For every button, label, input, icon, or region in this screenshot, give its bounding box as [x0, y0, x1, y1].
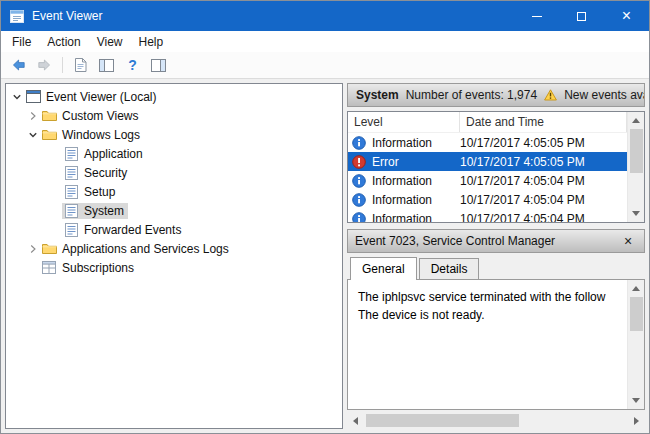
arrow-down-icon	[632, 211, 640, 216]
console-root-icon	[25, 90, 41, 103]
tab-details[interactable]: Details	[419, 258, 480, 279]
event-level: Information	[372, 174, 460, 188]
chevron-down-icon[interactable]	[26, 128, 40, 142]
menu-action[interactable]: Action	[39, 33, 88, 51]
detail-body: The iphlpsvc service terminated with the…	[347, 279, 645, 410]
subscriptions-icon	[41, 261, 57, 274]
main-content: Event Viewer (Local) Custom Views Window…	[1, 79, 649, 433]
close-button[interactable]: ×	[604, 1, 649, 31]
tree-item-event-viewer-local[interactable]: Event Viewer (Local)	[6, 87, 342, 106]
tree-label: System	[84, 204, 124, 218]
scroll-right-button[interactable]	[628, 412, 645, 429]
information-icon	[352, 136, 366, 150]
scroll-up-button[interactable]	[628, 112, 645, 129]
tree-item-subscriptions[interactable]: Subscriptions	[6, 258, 342, 277]
warning-icon	[544, 89, 557, 101]
chevron-right-icon[interactable]	[26, 242, 40, 256]
event-log-icon	[63, 147, 79, 161]
tree-item-security[interactable]: Security	[6, 163, 342, 182]
event-row[interactable]: Information 10/17/2017 4:05:04 PM	[348, 209, 627, 222]
menu-help[interactable]: Help	[131, 33, 172, 51]
chevron-down-icon[interactable]	[10, 90, 24, 104]
information-icon	[352, 193, 366, 207]
tree-item-applications-services-logs[interactable]: Applications and Services Logs	[6, 239, 342, 258]
folder-icon	[41, 109, 57, 122]
event-level: Information	[372, 193, 460, 207]
show-action-pane-button[interactable]	[146, 54, 171, 76]
arrow-down-icon	[632, 398, 640, 403]
event-count: Number of events: 1,974	[406, 88, 537, 102]
event-row[interactable]: Information 10/17/2017 4:05:04 PM	[348, 190, 627, 209]
column-header-level[interactable]: Level	[348, 112, 460, 132]
event-level: Information	[372, 136, 460, 150]
event-log-icon	[63, 204, 79, 218]
events-table: Level Date and Time Information 10/17/20…	[347, 111, 645, 223]
toolbar-separator	[62, 57, 63, 73]
tree-label: Custom Views	[62, 109, 138, 123]
events-scrollbar	[627, 112, 644, 222]
minimize-button[interactable]	[514, 1, 559, 31]
console-tree-icon	[99, 59, 114, 72]
event-log-icon	[63, 185, 79, 199]
minimize-icon	[532, 16, 542, 17]
event-row-selected[interactable]: Error 10/17/2017 4:05:05 PM	[348, 152, 627, 171]
event-datetime: 10/17/2017 4:05:05 PM	[460, 136, 585, 150]
open-saved-log-button[interactable]	[68, 54, 93, 76]
scrollbar-track[interactable]	[628, 297, 645, 392]
tree-item-forwarded-events[interactable]: Forwarded Events	[6, 220, 342, 239]
event-row[interactable]: Information 10/17/2017 4:05:04 PM	[348, 171, 627, 190]
tree-item-custom-views[interactable]: Custom Views	[6, 106, 342, 125]
scrollbar-track[interactable]	[628, 129, 645, 205]
tree-item-application[interactable]: Application	[6, 144, 342, 163]
action-pane-icon	[151, 59, 166, 72]
scrollbar-thumb[interactable]	[630, 297, 643, 331]
forward-button[interactable]	[32, 54, 57, 76]
log-name: System	[356, 88, 399, 102]
event-datetime: 10/17/2017 4:05:05 PM	[460, 155, 585, 169]
event-log-icon	[63, 223, 79, 237]
arrow-right-icon	[634, 417, 639, 425]
scrollbar-track[interactable]	[364, 412, 628, 429]
chevron-right-icon[interactable]	[26, 109, 40, 123]
column-header-date[interactable]: Date and Time	[460, 112, 627, 132]
scroll-down-button[interactable]	[628, 392, 645, 409]
close-detail-icon[interactable]: ×	[619, 233, 637, 249]
tree-item-setup[interactable]: Setup	[6, 182, 342, 201]
event-description: The iphlpsvc service terminated with the…	[348, 280, 627, 409]
detail-scrollbar	[627, 280, 644, 409]
tree-label: Setup	[84, 185, 115, 199]
toolbar: ?	[1, 52, 649, 79]
information-icon	[352, 174, 366, 188]
menu-view[interactable]: View	[89, 33, 131, 51]
show-console-tree-button[interactable]	[94, 54, 119, 76]
console-tree-panel: Event Viewer (Local) Custom Views Window…	[5, 83, 343, 429]
error-icon	[352, 155, 366, 169]
tab-general[interactable]: General	[350, 257, 417, 280]
maximize-button[interactable]	[559, 1, 604, 31]
scroll-left-button[interactable]	[347, 412, 364, 429]
help-button[interactable]: ?	[120, 54, 145, 76]
tree-label: Security	[84, 166, 127, 180]
help-icon: ?	[128, 57, 137, 73]
menu-file[interactable]: File	[4, 33, 39, 51]
detail-header: Event 7023, Service Control Manager ×	[347, 229, 645, 253]
tree-label: Subscriptions	[62, 261, 134, 275]
forward-arrow-icon	[37, 58, 52, 72]
titlebar: Event Viewer ×	[1, 1, 649, 31]
event-level: Error	[372, 155, 460, 169]
description-line: The iphlpsvc service terminated with the…	[358, 288, 617, 306]
scrollbar-thumb[interactable]	[630, 129, 643, 173]
event-detail-pane: Event 7023, Service Control Manager × Ge…	[347, 229, 645, 429]
scroll-up-button[interactable]	[628, 280, 645, 297]
tree-item-system[interactable]: System	[6, 201, 342, 220]
scrollbar-thumb[interactable]	[366, 414, 519, 427]
tree-item-windows-logs[interactable]: Windows Logs	[6, 125, 342, 144]
detail-horizontal-scrollbar	[347, 412, 645, 429]
event-row[interactable]: Information 10/17/2017 4:05:05 PM	[348, 133, 627, 152]
scroll-down-button[interactable]	[628, 205, 645, 222]
document-icon	[74, 58, 87, 72]
tree-label: Applications and Services Logs	[62, 242, 229, 256]
back-button[interactable]	[6, 54, 31, 76]
maximize-icon	[577, 12, 586, 21]
window-title: Event Viewer	[32, 9, 514, 23]
